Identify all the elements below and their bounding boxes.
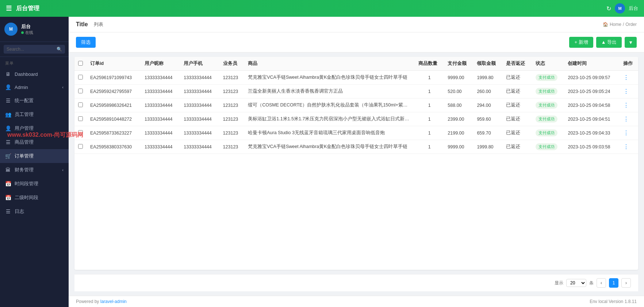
search-input[interactable] bbox=[4, 45, 65, 54]
sidebar-user-section: M 后台 在线 bbox=[0, 17, 69, 42]
row-checkbox-cell bbox=[74, 126, 87, 140]
new-button[interactable]: + 新增 bbox=[569, 37, 593, 48]
nav-group-label: 菜单 bbox=[0, 57, 69, 67]
row-checkbox-cell bbox=[74, 112, 87, 126]
row-action[interactable]: ⋮ bbox=[620, 140, 638, 154]
row-created: 2023-10-25 09:04:51 bbox=[564, 112, 619, 126]
breadcrumb-home-link[interactable]: Home bbox=[610, 22, 621, 27]
sidebar-item-dashboard[interactable]: 🖥 Dashboard bbox=[0, 67, 69, 81]
sidebar-item-timeslot2[interactable]: 📅 二级时间段 bbox=[0, 191, 69, 205]
sidebar-item-user[interactable]: 👤 用户管理 bbox=[0, 121, 69, 135]
prev-page-button[interactable]: ‹ bbox=[597, 278, 606, 288]
sidebar-item-label: 商品管理 bbox=[15, 139, 34, 145]
row-action[interactable]: ⋮ bbox=[620, 112, 638, 126]
next-page-button[interactable]: › bbox=[621, 278, 631, 288]
page-header: Title 列表 🏠 Home / Order bbox=[69, 17, 644, 32]
action-more-icon[interactable]: ⋮ bbox=[623, 130, 629, 136]
sidebar-item-admin[interactable]: 👤 Admin ‹ bbox=[0, 81, 69, 94]
row-created: 2023-10-25 09:03:58 bbox=[564, 140, 619, 154]
sidebar-search-section[interactable]: 🔍 bbox=[0, 42, 69, 57]
row-nickname: 13333334444 bbox=[141, 71, 180, 85]
refresh-icon[interactable]: ↻ bbox=[606, 5, 611, 12]
rows-label: 条 bbox=[589, 280, 594, 286]
row-mobile: 13333334444 bbox=[180, 140, 219, 154]
framework-link[interactable]: laravel-admin bbox=[100, 299, 127, 304]
row-goods: 梵克雅宝VCA手链Sweet Alhambra黄K金配白色珍珠贝母手链女士四叶草… bbox=[244, 140, 415, 154]
sidebar-username: 后台 bbox=[21, 23, 33, 30]
finance-icon: 🏛 bbox=[5, 167, 11, 173]
sidebar-item-label: Dashboard bbox=[15, 71, 38, 77]
row-checkbox[interactable] bbox=[78, 89, 83, 93]
action-more-icon[interactable]: ⋮ bbox=[623, 116, 629, 122]
goods-icon: ☰ bbox=[5, 139, 11, 145]
row-pay: 588.00 bbox=[444, 98, 473, 112]
config-icon: ☰ bbox=[5, 98, 11, 104]
log-icon: ☰ bbox=[5, 209, 11, 214]
row-salesman: 123123 bbox=[219, 126, 245, 140]
row-action[interactable]: ⋮ bbox=[620, 85, 638, 98]
sidebar-item-goods[interactable]: ☰ 商品管理 bbox=[0, 135, 69, 149]
row-created: 2023-10-25 09:04:33 bbox=[564, 126, 619, 140]
th-salesman: 业务员 bbox=[219, 57, 245, 71]
columns-button[interactable]: ▼ bbox=[625, 37, 637, 48]
filter-button[interactable]: 筛选 bbox=[76, 37, 96, 48]
row-action[interactable]: ⋮ bbox=[620, 71, 638, 85]
orders-table: 订单id 用户昵称 用户手机 业务员 商品 商品数量 支付金额 领取金额 是否返… bbox=[74, 57, 638, 154]
page-1-button[interactable]: 1 bbox=[609, 278, 618, 288]
env-label: Env bbox=[590, 299, 597, 304]
row-pay: 9999.00 bbox=[444, 140, 473, 154]
row-status: 支付成功 bbox=[532, 140, 564, 154]
sidebar-item-employee[interactable]: 👥 员工管理 bbox=[0, 108, 69, 121]
row-salesman: 123123 bbox=[219, 112, 245, 126]
sidebar-item-config[interactable]: ☰ 统一配置 bbox=[0, 94, 69, 108]
employee-icon: 👥 bbox=[5, 112, 11, 117]
action-more-icon[interactable]: ⋮ bbox=[623, 144, 629, 150]
page-size-select[interactable]: 20 50 100 bbox=[566, 279, 586, 287]
row-nickname: 13333334444 bbox=[141, 112, 180, 126]
table-header-row: 订单id 用户昵称 用户手机 业务员 商品 商品数量 支付金额 领取金额 是否返… bbox=[74, 57, 638, 71]
row-checkbox[interactable] bbox=[78, 75, 83, 79]
page-subtitle: 列表 bbox=[94, 21, 103, 28]
hamburger-icon[interactable]: ☰ bbox=[6, 4, 12, 12]
chevron-icon: ‹ bbox=[62, 85, 64, 89]
toolbar-right: + 新增 ▲ 导出 ▼ bbox=[569, 37, 637, 48]
th-action: 操作 bbox=[620, 57, 638, 71]
row-action[interactable]: ⋮ bbox=[620, 98, 638, 112]
row-mobile: 13333334444 bbox=[180, 98, 219, 112]
row-qty: 1 bbox=[415, 85, 444, 98]
action-more-icon[interactable]: ⋮ bbox=[623, 102, 629, 108]
th-pay: 支付金额 bbox=[444, 57, 473, 71]
export-button[interactable]: ▲ 导出 bbox=[596, 37, 622, 48]
sidebar-item-order[interactable]: 🛒 订单管理 bbox=[0, 149, 69, 163]
sidebar-item-log[interactable]: ☰ 日志 bbox=[0, 205, 69, 218]
row-qty: 1 bbox=[415, 112, 444, 126]
select-all-checkbox[interactable] bbox=[78, 61, 83, 66]
row-checkbox[interactable] bbox=[78, 144, 83, 149]
row-checkbox[interactable] bbox=[78, 130, 83, 135]
sidebar: M 后台 在线 🔍 菜单 🖥 Dashboard 👤 Admin ‹ bbox=[0, 17, 69, 307]
row-pay: 2199.00 bbox=[444, 126, 473, 140]
row-checkbox-cell bbox=[74, 85, 87, 98]
row-action[interactable]: ⋮ bbox=[620, 126, 638, 140]
th-nickname: 用户昵称 bbox=[141, 57, 180, 71]
row-nickname: 13333334444 bbox=[141, 85, 180, 98]
action-more-icon[interactable]: ⋮ bbox=[623, 74, 629, 81]
sidebar-item-finance[interactable]: 🏛 财务管理 ‹ bbox=[0, 163, 69, 177]
sidebar-item-label: 时间段管理 bbox=[15, 180, 38, 187]
row-order-id: EA25961971099743 bbox=[87, 71, 141, 85]
breadcrumb: 🏠 Home / Order bbox=[603, 22, 637, 27]
status-dot bbox=[21, 31, 24, 34]
home-icon: 🏠 bbox=[603, 22, 608, 27]
row-checkbox[interactable] bbox=[78, 116, 83, 121]
row-checkbox[interactable] bbox=[78, 102, 83, 107]
row-receive: 959.60 bbox=[473, 112, 502, 126]
sidebar-item-label: 员工管理 bbox=[15, 111, 34, 118]
order-icon: 🛒 bbox=[5, 153, 11, 159]
footer: Powered by laravel-admin Env local Versi… bbox=[69, 296, 644, 307]
row-returned: 已返还 bbox=[502, 71, 532, 85]
row-qty: 1 bbox=[415, 71, 444, 85]
row-goods: 美标浴缸卫浴1.1米1.5米1.7米压克力民宿深泡小户型无裙嵌入式浴缸日式新科德 bbox=[244, 112, 415, 126]
action-more-icon[interactable]: ⋮ bbox=[623, 88, 629, 94]
sidebar-item-timeslot[interactable]: 📅 时间段管理 bbox=[0, 177, 69, 191]
row-qty: 1 bbox=[415, 140, 444, 154]
